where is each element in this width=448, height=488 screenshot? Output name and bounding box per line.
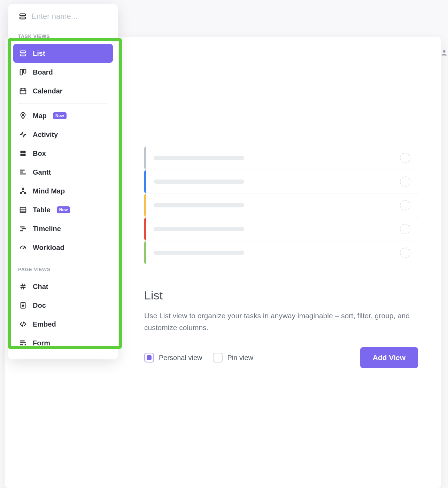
svg-rect-10	[23, 151, 26, 153]
view-title: List	[144, 289, 418, 302]
menu-item-label: Box	[33, 150, 46, 158]
preview-row	[144, 146, 418, 169]
preview-row	[144, 194, 418, 217]
checkbox-icon[interactable]	[213, 353, 223, 363]
menu-item-label: Timeline	[33, 225, 61, 233]
svg-rect-5	[20, 69, 22, 75]
task-view-map[interactable]: MapNew	[13, 106, 113, 125]
view-detail-panel: List Use List view to organize your task…	[144, 146, 418, 368]
menu-item-label: Gantt	[33, 168, 51, 176]
calendar-icon	[19, 87, 27, 95]
workload-icon	[19, 243, 27, 252]
svg-point-23	[23, 248, 24, 249]
menu-item-label: Calendar	[33, 87, 63, 95]
menu-item-label: List	[33, 49, 45, 58]
menu-item-label: Form	[33, 339, 50, 347]
preview-row	[144, 241, 418, 264]
svg-rect-4	[20, 54, 26, 56]
board-icon	[19, 68, 27, 76]
menu-item-label: Embed	[33, 320, 56, 328]
menu-item-label: Activity	[33, 131, 58, 139]
activity-icon	[19, 130, 27, 139]
pin-view-label: Pin view	[227, 354, 253, 362]
task-views-label: TASK VIEWS	[8, 29, 118, 43]
add-view-button[interactable]: Add View	[360, 347, 418, 368]
svg-rect-25	[20, 341, 25, 342]
task-view-activity[interactable]: Activity	[13, 125, 113, 144]
mindmap-icon	[19, 187, 27, 195]
task-view-box[interactable]: Box	[13, 144, 113, 163]
svg-rect-13	[20, 170, 25, 171]
placeholder-bar	[154, 227, 244, 231]
menu-divider	[18, 103, 108, 104]
svg-rect-6	[24, 69, 26, 73]
page-view-doc[interactable]: Doc	[13, 296, 113, 315]
svg-rect-11	[21, 154, 23, 156]
checkbox-checked-icon[interactable]	[144, 353, 154, 363]
task-view-board[interactable]: Board	[13, 63, 113, 82]
list-preview	[144, 146, 418, 264]
svg-rect-22	[20, 230, 23, 231]
svg-rect-12	[23, 154, 26, 156]
menu-item-label: Table	[33, 206, 51, 214]
menu-item-label: Map	[33, 112, 47, 120]
svg-rect-20	[20, 227, 25, 228]
assignee-placeholder-icon	[400, 153, 410, 163]
embed-icon	[19, 320, 27, 328]
page-views-label: PAGE VIEWS	[8, 262, 118, 276]
table-icon	[19, 206, 27, 214]
preview-row	[144, 218, 418, 241]
menu-item-label: Board	[33, 68, 53, 76]
preview-row	[144, 170, 418, 193]
menu-item-label: Chat	[33, 283, 48, 291]
doc-icon	[19, 301, 27, 310]
placeholder-bar	[154, 156, 244, 160]
gantt-icon	[19, 168, 27, 176]
timeline-icon	[19, 224, 27, 233]
list-icon	[19, 49, 27, 58]
box-icon	[19, 149, 27, 158]
assignee-placeholder-icon	[400, 176, 410, 187]
assignee-placeholder-icon	[400, 224, 410, 234]
list-icon	[19, 13, 26, 20]
task-view-table[interactable]: TableNew	[13, 200, 113, 219]
task-view-workload[interactable]: Workload	[13, 238, 113, 257]
svg-point-8	[22, 114, 24, 116]
view-picker-panel: TASK VIEWS ListBoardCalendarMapNewActivi…	[8, 4, 118, 359]
assignee-placeholder-icon	[400, 200, 410, 211]
task-view-timeline[interactable]: Timeline	[13, 219, 113, 238]
svg-rect-15	[20, 174, 26, 175]
placeholder-bar	[154, 251, 244, 255]
svg-rect-7	[20, 89, 26, 94]
task-views-menu: ListBoardCalendarMapNewActivityBoxGanttM…	[8, 43, 118, 258]
person-icon	[440, 49, 448, 56]
task-view-calendar[interactable]: Calendar	[13, 82, 113, 100]
chat-icon	[19, 282, 27, 291]
page-view-embed[interactable]: Embed	[13, 315, 113, 334]
page-view-form[interactable]: Form	[13, 334, 113, 352]
menu-item-label: Doc	[33, 302, 46, 310]
name-input-row	[8, 4, 118, 29]
placeholder-bar	[154, 180, 244, 184]
menu-item-label: Workload	[33, 244, 64, 252]
new-badge: New	[57, 206, 70, 213]
view-name-input[interactable]	[31, 12, 109, 21]
task-view-mind-map[interactable]: Mind Map	[13, 182, 113, 200]
svg-rect-3	[20, 51, 26, 53]
map-icon	[19, 112, 27, 120]
personal-view-option[interactable]: Personal view	[144, 353, 202, 363]
svg-rect-26	[20, 342, 26, 343]
menu-item-label: Mind Map	[33, 187, 65, 195]
svg-rect-21	[22, 228, 26, 229]
svg-rect-9	[21, 151, 23, 153]
new-badge: New	[53, 112, 67, 119]
task-view-gantt[interactable]: Gantt	[13, 163, 113, 182]
page-view-chat[interactable]: Chat	[13, 277, 113, 296]
view-description: Use List view to organize your tasks in …	[144, 310, 418, 333]
task-view-list[interactable]: List	[13, 44, 113, 63]
placeholder-bar	[154, 203, 244, 207]
svg-rect-14	[20, 171, 23, 173]
personal-view-label: Personal view	[159, 354, 202, 362]
pin-view-option[interactable]: Pin view	[213, 353, 253, 363]
form-icon	[19, 339, 27, 347]
